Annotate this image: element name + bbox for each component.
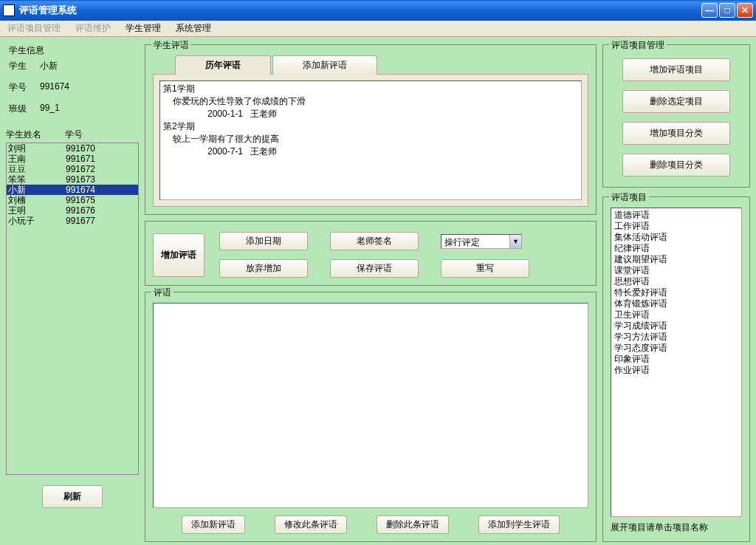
menu-bar: 评语项目管理 评语维护 学生管理 系统管理 [0, 21, 756, 37]
category-item[interactable]: 思想评语 [613, 276, 740, 287]
category-item[interactable]: 学习成绩评语 [613, 321, 740, 332]
category-list[interactable]: 道德评语工作评语集体活动评语纪律评语建议期望评语课堂评语思想评语特长爱好评语体育… [611, 208, 742, 517]
student-row-name: 小新 [8, 185, 66, 195]
student-comment-legend: 学生评语 [151, 39, 191, 52]
col-student-name: 学生姓名 [6, 128, 65, 141]
category-item[interactable]: 道德评语 [613, 210, 740, 221]
student-list[interactable]: 刘明991670王南991671豆豆991672笨笨991673小新991674… [6, 143, 139, 475]
category-group: 评语项目 道德评语工作评语集体活动评语纪律评语建议期望评语课堂评语思想评语特长爱… [602, 196, 750, 542]
category-item[interactable]: 工作评语 [613, 221, 740, 232]
abandon-button[interactable]: 放弃增加 [219, 259, 308, 278]
add-date-button[interactable]: 添加日期 [219, 232, 308, 250]
col-student-id: 学号 [65, 128, 83, 141]
mgmt-legend: 评语项目管理 [609, 39, 667, 52]
student-row[interactable]: 刘明991670 [7, 143, 138, 154]
category-legend: 评语项目 [609, 191, 649, 204]
teacher-sign-button[interactable]: 老师签名 [330, 232, 419, 250]
student-row[interactable]: 王明991676 [7, 205, 138, 216]
category-item[interactable]: 学习态度评语 [613, 343, 740, 354]
rating-dropdown[interactable]: 操行评定 ▼ [441, 234, 522, 249]
student-row[interactable]: 小新991674 [7, 185, 138, 195]
student-row-name: 豆豆 [8, 164, 66, 174]
app-icon [3, 4, 15, 16]
student-info-legend: 学生信息 [9, 44, 139, 57]
student-row-id: 991675 [66, 195, 95, 205]
add-to-student-button[interactable]: 添加到学生评语 [478, 515, 560, 534]
student-comment-group: 学生评语 历年评语 添加新评语 [145, 44, 597, 215]
delete-project-button[interactable]: 删除选定项目 [622, 90, 730, 113]
menu-student[interactable]: 学生管理 [121, 21, 165, 36]
category-item[interactable]: 体育锻炼评语 [613, 298, 740, 309]
menu-comment-project[interactable]: 评语项目管理 [3, 21, 65, 36]
student-row-name: 小玩子 [8, 216, 66, 226]
add-project-button[interactable]: 增加评语项目 [622, 58, 730, 81]
category-item[interactable]: 作业评语 [613, 365, 740, 376]
tab-history[interactable]: 历年评语 [175, 55, 271, 75]
student-row-id: 991674 [66, 185, 95, 195]
minimize-button[interactable]: — [701, 3, 718, 18]
chevron-down-icon: ▼ [509, 235, 521, 248]
maximize-button[interactable]: □ [719, 3, 735, 18]
student-row-name: 笨笨 [8, 174, 66, 185]
student-row-name: 王南 [8, 154, 66, 164]
value-student-id: 991674 [40, 81, 69, 94]
category-item[interactable]: 特长爱好评语 [613, 287, 740, 298]
rewrite-button[interactable]: 重写 [441, 259, 529, 278]
add-comment-button[interactable]: 增加评语 [153, 233, 205, 277]
category-item[interactable]: 建议期望评语 [613, 254, 740, 265]
delete-comment-button[interactable]: 删除此条评语 [377, 515, 449, 534]
label-student-name: 学生 [9, 60, 40, 72]
label-student-class: 班级 [9, 103, 40, 115]
category-item[interactable]: 学习方法评语 [613, 332, 740, 343]
window-titlebar: 评语管理系统 — □ ✕ [0, 0, 756, 21]
rating-dropdown-text: 操行评定 [441, 235, 509, 248]
student-row[interactable]: 刘楠991675 [7, 195, 138, 205]
close-button[interactable]: ✕ [737, 3, 753, 18]
tab-add-new[interactable]: 添加新评语 [272, 55, 377, 75]
student-row[interactable]: 王南991671 [7, 154, 138, 164]
student-row-id: 991671 [66, 154, 95, 164]
window-title: 评语管理系统 [19, 4, 701, 17]
category-hint: 展开项目请单击项目名称 [611, 521, 742, 534]
student-row[interactable]: 小玩子991677 [7, 216, 138, 226]
category-item[interactable]: 课堂评语 [613, 265, 740, 276]
label-student-id: 学号 [9, 81, 40, 94]
add-category-button[interactable]: 增加项目分类 [622, 122, 730, 145]
student-row[interactable]: 笨笨991673 [7, 174, 138, 185]
student-row-id: 991676 [66, 205, 95, 216]
student-info-group: 学生信息 学生 小新 学号 991674 班级 99_1 [6, 44, 139, 124]
value-student-name: 小新 [40, 60, 58, 72]
student-row[interactable]: 豆豆991672 [7, 164, 138, 174]
menu-system[interactable]: 系统管理 [171, 21, 216, 36]
refresh-button[interactable]: 刷新 [42, 485, 103, 508]
student-row-name: 刘明 [8, 143, 66, 154]
category-item[interactable]: 卫生评语 [613, 309, 740, 321]
menu-comment-maintain[interactable]: 评语维护 [71, 21, 115, 36]
category-item[interactable]: 印象评语 [613, 354, 740, 365]
mgmt-group: 评语项目管理 增加评语项目 删除选定项目 增加项目分类 删除项目分类 [602, 44, 750, 188]
student-row-id: 991677 [66, 216, 95, 226]
category-item[interactable]: 集体活动评语 [613, 232, 740, 243]
student-row-name: 刘楠 [8, 195, 66, 205]
save-button[interactable]: 保存评语 [330, 259, 419, 278]
student-row-name: 王明 [8, 205, 66, 216]
category-item[interactable]: 纪律评语 [613, 243, 740, 254]
student-row-id: 991672 [66, 164, 95, 174]
comment-textarea[interactable] [153, 303, 588, 508]
delete-category-button[interactable]: 删除项目分类 [622, 154, 730, 176]
student-list-header: 学生姓名 学号 [6, 128, 139, 141]
add-new-comment-button[interactable]: 添加新评语 [182, 515, 245, 534]
edit-comment-button[interactable]: 修改此条评语 [275, 515, 347, 534]
comment-legend: 评语 [151, 287, 173, 299]
value-student-class: 99_1 [40, 103, 60, 115]
comment-group: 评语 添加新评语 修改此条评语 删除此条评语 添加到学生评语 [145, 292, 597, 542]
student-row-id: 991670 [66, 143, 95, 154]
student-row-id: 991673 [66, 174, 95, 185]
history-textarea[interactable] [159, 80, 582, 200]
action-panel-group: 增加评语 添加日期 老师签名 操行评定 ▼ 放弃增加 保存评语 重写 [145, 221, 597, 286]
